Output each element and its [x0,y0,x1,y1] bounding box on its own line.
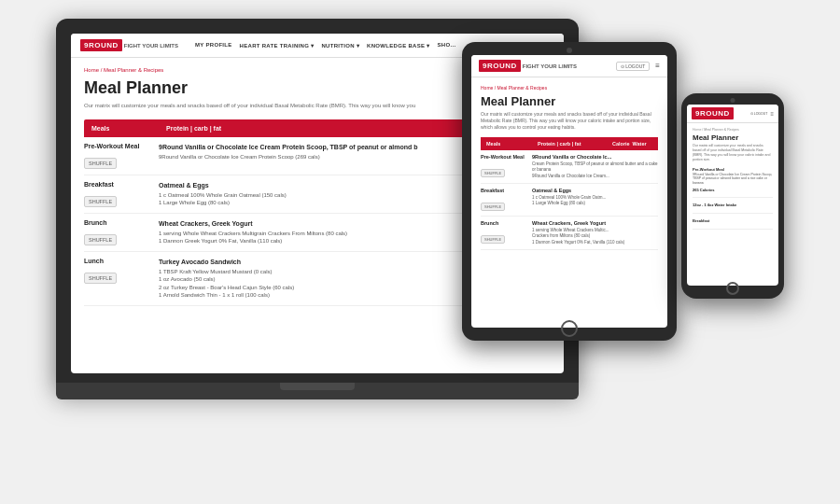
laptop-nav-my-profile[interactable]: MY PROFILE [195,42,232,49]
tablet-nav-right: ⊙ LOGOUT ≡ [616,62,660,71]
tablet-meal-label: Brunch [481,220,532,226]
phone-meal-label: 12oz - 1 4oz Water Intake [693,203,773,207]
tablet-camera [567,48,572,53]
laptop-meal-label-col: Lunch SHUFFLE [84,258,159,300]
laptop-meal-label-col: Pre-Workout Meal SHUFFLE [84,143,159,169]
tablet-col-cal: Calorie [612,141,633,147]
phone-page-title: Meal Planner [693,133,773,142]
phone-menu-icon[interactable]: ≡ [770,111,774,117]
tablet-brand-logo: 9ROUND FIGHT YOUR LIMITS [479,60,577,72]
phone-calories: 265 Calories [693,188,773,192]
tablet-meal-sub: 1 c Oatmeal 100% Whole Grain Oatm...1 La… [532,195,658,207]
laptop-meal-label: Lunch [84,258,159,264]
laptop-logo-sub: FIGHT YOUR LIMITS [124,43,178,49]
tablet-col-water: Water [633,141,653,147]
tablet-col-meals: Meals [486,141,538,147]
tablet-meal-row: Breakfast SHUFFLE Oatmeal & Eggs 1 c Oat… [481,184,658,217]
laptop-shuffle-button[interactable]: SHUFFLE [84,273,117,284]
laptop-nav-shop[interactable]: SHO... [438,42,456,49]
tablet-meal-label-col: Brunch SHUFFLE [481,220,532,245]
tablet-meal-title: 9Round Vanilla or Chocolate Ic... [532,154,658,161]
tablet-shuffle-button[interactable]: SHUFFLE [481,169,505,177]
phone-logo-box: 9ROUND [692,107,734,119]
phone-meal-item: Breakfast [693,218,773,230]
tablet-screen: 9ROUND FIGHT YOUR LIMITS ⊙ LOGOUT ≡ Home… [471,55,667,328]
tablet-shuffle-button[interactable]: SHUFFLE [481,203,505,211]
tablet-content: Home / Meal Planner & Recipes Meal Plann… [471,77,667,328]
tablet-logo-box: 9ROUND [479,60,521,72]
tablet-meal-label: Breakfast [481,188,532,193]
tablet-meal-content: 9Round Vanilla or Chocolate Ic... Cream … [532,154,658,179]
laptop-notch [280,383,355,390]
phone-content: Home / Meal Planner & Recipes Meal Plann… [687,123,778,286]
laptop-meal-label-col: Breakfast SHUFFLE [84,181,159,207]
laptop-nav-nutrition[interactable]: NUTRITION ▾ [321,42,359,49]
laptop-meal-label: Pre-Workout Meal [84,143,159,149]
laptop-meal-label-col: Brunch SHUFFLE [84,219,159,245]
phone-meal-item: 12oz - 1 4oz Water Intake [693,203,773,214]
laptop-shuffle-button[interactable]: SHUFFLE [84,196,117,207]
tablet-meals-table: Pre-Workout Meal SHUFFLE 9Round Vanilla … [481,150,658,250]
laptop-page-desc: Our matrix will customize your meals and… [84,102,457,110]
tablet-meal-sub: 1 serving Whole Wheat Crackers Multic...… [532,228,658,245]
phone-logout-btn[interactable]: ⊙ LOGOUT [750,112,768,116]
tablet-logo-sub: FIGHT YOUR LIMITS [523,63,577,69]
laptop-nav-knowledge[interactable]: KNOWLEDGE BASE ▾ [367,42,429,49]
phone-home-button[interactable] [726,282,739,295]
phone-breadcrumb: Home / Meal Planner & Recipes [693,128,773,132]
tablet-meal-content: Wheat Crackers, Greek Yogurt 1 serving W… [532,220,658,245]
tablet-home-button[interactable] [561,320,578,337]
tablet-navbar: 9ROUND FIGHT YOUR LIMITS ⊙ LOGOUT ≡ [471,55,667,77]
laptop-nav-links: MY PROFILE HEART RATE TRAINING ▾ NUTRITI… [195,42,455,49]
tablet-meal-row: Brunch SHUFFLE Wheat Crackers, Greek Yog… [481,217,658,250]
tablet-logout-btn[interactable]: ⊙ LOGOUT [616,62,651,71]
phone-meal-text: 9Round Vanilla or Chocolate Ice Cream Pr… [693,173,773,187]
tablet: 9ROUND FIGHT YOUR LIMITS ⊙ LOGOUT ≡ Home… [462,42,677,341]
laptop-meal-label: Breakfast [84,181,159,188]
phone-screen: 9ROUND ⊙ LOGOUT ≡ Home / Meal Planner & … [687,105,778,286]
laptop-shuffle-button[interactable]: SHUFFLE [84,158,117,169]
phone-page-desc: Our matrix will customize your meals and… [693,144,773,162]
tablet-meal-label-col: Breakfast SHUFFLE [481,188,532,212]
phone-meal-label: Breakfast [693,218,773,223]
laptop-logo-box: 9ROUND [80,39,122,51]
tablet-col-protein: Protein | carb | fat [538,141,612,147]
laptop-brand-logo: 9ROUND FIGHT YOUR LIMITS [80,39,178,51]
tablet-meal-label: Pre-Workout Meal [481,154,532,160]
phone-navbar: 9ROUND ⊙ LOGOUT ≡ [687,105,778,123]
tablet-meal-row: Pre-Workout Meal SHUFFLE 9Round Vanilla … [481,150,658,184]
phone-meals-list: Pre-Workout Meal 9Round Vanilla or Choco… [693,167,773,231]
phone: 9ROUND ⊙ LOGOUT ≡ Home / Meal Planner & … [681,93,784,299]
tablet-page-title: Meal Planner [481,94,658,108]
phone-camera [731,98,735,103]
tablet-meal-content: Oatmeal & Eggs 1 c Oatmeal 100% Whole Gr… [532,188,658,212]
laptop-nav-heart-rate[interactable]: HEART RATE TRAINING ▾ [240,42,315,49]
tablet-page-desc: Our matrix will customize your meals and… [481,111,658,131]
laptop-col-meals: Meals [91,125,166,132]
tablet-meal-title: Oatmeal & Eggs [532,188,658,194]
tablet-menu-icon[interactable]: ≡ [655,62,660,70]
laptop-shuffle-button[interactable]: SHUFFLE [84,234,117,245]
phone-meal-item: Pre-Workout Meal 9Round Vanilla or Choco… [693,167,773,199]
tablet-meal-title: Wheat Crackers, Greek Yogurt [532,220,658,227]
tablet-meal-sub: Cream Protein Scoop, TBSP of peanut or a… [532,161,658,179]
phone-nav-right: ⊙ LOGOUT ≡ [750,111,774,117]
phone-meal-label: Pre-Workout Meal [693,167,773,172]
tablet-meal-label-col: Pre-Workout Meal SHUFFLE [481,154,532,179]
phone-brand-logo: 9ROUND [692,107,734,119]
tablet-breadcrumb: Home / Meal Planner & Recipes [481,85,658,91]
tablet-shuffle-button[interactable]: SHUFFLE [481,235,505,244]
laptop-meal-label: Brunch [84,219,159,226]
tablet-table-header: Meals Protein | carb | fat Calorie Water [481,137,658,150]
laptop-base [56,383,579,399]
